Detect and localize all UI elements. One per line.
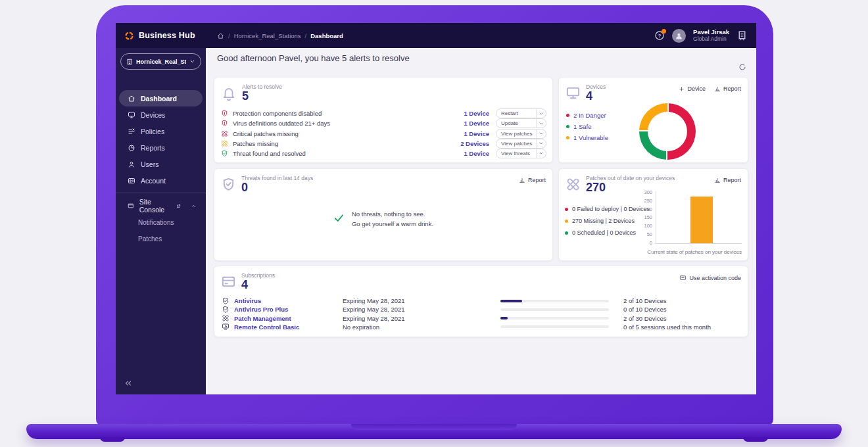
- user-info[interactable]: Pavel Jirsak Global Admin: [693, 29, 729, 43]
- alert-device-count-link[interactable]: 1 Device: [452, 150, 489, 157]
- subscriptions-card: Subscriptions 4 Use activation code Anti…: [214, 266, 748, 337]
- sidebar-item-policies[interactable]: Policies: [119, 123, 203, 139]
- sidebar-item-patches[interactable]: Patches: [116, 231, 206, 247]
- chevron-down-icon[interactable]: [536, 119, 546, 128]
- alert-row: Protection components disabled 1 Device …: [221, 108, 546, 118]
- alert-action-label: Restart: [496, 110, 536, 116]
- use-activation-code-button[interactable]: Use activation code: [679, 274, 741, 281]
- alert-action-label: View patches: [496, 141, 536, 147]
- patches-bar-chart[interactable]: 300250200150100500: [639, 191, 742, 244]
- sidebar-item-site-console[interactable]: Site Console: [119, 197, 203, 214]
- chevron-down-icon[interactable]: [536, 139, 546, 148]
- subscription-name-link[interactable]: Patch Management: [234, 315, 343, 322]
- patches-bar: [690, 197, 713, 243]
- home-icon[interactable]: [217, 32, 224, 39]
- person-icon: [675, 32, 683, 40]
- legend-item[interactable]: 1 Vulnerable: [566, 134, 608, 141]
- patches-report-button[interactable]: Report: [714, 177, 741, 183]
- legend-label: 270 Missing | 2 Devices: [572, 218, 635, 224]
- alert-action-dropdown[interactable]: Update: [496, 118, 546, 128]
- org-switcher-button[interactable]: [736, 30, 748, 41]
- sidebar-item-account[interactable]: Account: [119, 172, 203, 189]
- collapse-sidebar-button[interactable]: [124, 379, 133, 388]
- devices-count: 4: [586, 90, 606, 103]
- subscription-name-link[interactable]: Remote Control Basic: [234, 323, 343, 331]
- avatar[interactable]: [672, 29, 686, 43]
- user-role: Global Admin: [693, 36, 729, 43]
- alert-action-dropdown[interactable]: View patches: [496, 129, 546, 139]
- sidebar-item-label: Dashboard: [141, 95, 177, 103]
- chevron-down-icon[interactable]: [536, 109, 546, 118]
- alert-row: Threat found and resolved 1 Device View …: [221, 149, 546, 158]
- patch-icon: [221, 130, 228, 137]
- main-content: Good afternoon Pavel, you have 5 alerts …: [206, 48, 756, 394]
- business-hub-app: Business Hub / Hornicek_Real_Stations / …: [116, 23, 756, 394]
- subscription-name-link[interactable]: Antivirus Pro Plus: [234, 306, 343, 313]
- patch-icon: [221, 140, 228, 147]
- chevron-down-icon[interactable]: [536, 129, 546, 138]
- add-device-button[interactable]: Device: [679, 85, 706, 92]
- sidebar-item-users[interactable]: Users: [119, 156, 203, 172]
- site-console-icon: [128, 202, 134, 210]
- notification-dot: [662, 29, 666, 34]
- patches-plot-area: [656, 191, 742, 244]
- legend-item[interactable]: 1 Safe: [566, 123, 608, 130]
- chevron-up-icon[interactable]: [191, 203, 196, 209]
- refresh-button[interactable]: [738, 62, 747, 72]
- threats-card-actions: Report: [519, 177, 546, 183]
- alert-row: Patches missing 2 Devices View patches: [221, 139, 546, 149]
- subscriptions-card-header: Subscriptions 4: [221, 272, 275, 291]
- alert-action-dropdown[interactable]: View threats: [496, 149, 546, 158]
- legend-item: 0 Failed to deploy | 0 Devices: [565, 206, 650, 212]
- threats-card: Threats found in last 14 days 0 Report N…: [214, 168, 553, 261]
- subscription-name-link[interactable]: Antivirus: [234, 297, 343, 304]
- legend-item[interactable]: 2 In Danger: [566, 112, 608, 119]
- building-grid-icon: [736, 30, 748, 41]
- alert-device-count-link[interactable]: 1 Device: [452, 120, 489, 127]
- laptop-foot: [100, 437, 125, 442]
- subscription-expiry: Expiring May 28, 2021: [343, 315, 500, 322]
- threats-empty-state: No threats, nothing to see. Go get yours…: [214, 210, 552, 229]
- alert-device-count-link[interactable]: 1 Device: [452, 130, 489, 137]
- alert-device-count-link[interactable]: 2 Devices: [452, 140, 489, 147]
- alerts-list: Protection components disabled 1 Device …: [221, 108, 546, 158]
- sidebar-item-devices[interactable]: Devices: [119, 106, 203, 123]
- legend-dot: [566, 125, 569, 128]
- subscription-row: Remote Control Basic No expiration 0 of …: [222, 323, 740, 331]
- sidebar-item-notifications[interactable]: Notifications: [116, 214, 206, 231]
- site-selector[interactable]: Hornicek_Real_Statio...: [120, 53, 201, 70]
- subscription-progress-bar: [500, 325, 609, 328]
- alert-label: Virus definitions outdated 21+ days: [233, 120, 452, 127]
- breadcrumb-separator: /: [228, 32, 230, 39]
- devices-report-button[interactable]: Report: [714, 85, 741, 92]
- devices-card-actions: Device Report: [679, 85, 741, 92]
- sidebar-item-label: Site Console: [139, 198, 171, 214]
- breadcrumb-site[interactable]: Hornicek_Real_Stations: [234, 32, 301, 39]
- legend-label: 2 In Danger: [573, 112, 606, 119]
- laptop-base: [26, 424, 842, 439]
- help-button[interactable]: [654, 30, 665, 41]
- alert-action-dropdown[interactable]: Restart: [496, 108, 546, 118]
- devices-donut-chart[interactable]: [639, 103, 696, 160]
- alerts-card-header: Alerts to resolve 5: [221, 83, 282, 103]
- legend-dot: [565, 231, 568, 235]
- alert-action-dropdown[interactable]: View patches: [496, 139, 546, 149]
- plus-icon: [679, 86, 685, 92]
- threats-report-button[interactable]: Report: [519, 177, 546, 183]
- sidebar-item-label: Devices: [141, 111, 165, 119]
- shield-alert-icon: [221, 110, 228, 117]
- chevron-down-icon[interactable]: [536, 149, 546, 158]
- subscription-progress-bar: [500, 300, 609, 302]
- patches-chart-caption: Current state of patches on your devices: [647, 249, 742, 255]
- sidebar-item-reports[interactable]: Reports: [119, 139, 203, 156]
- subscription-expiry: No expiration: [343, 323, 500, 331]
- y-tick-label: 150: [644, 214, 652, 220]
- topbar-actions: Pavel Jirsak Global Admin: [654, 29, 756, 43]
- y-tick-label: 250: [644, 198, 652, 204]
- pie-chart-icon: [128, 144, 135, 152]
- laptop-notch: [351, 424, 517, 430]
- monitor-icon: [128, 111, 135, 119]
- brand[interactable]: Business Hub: [116, 31, 206, 41]
- alert-device-count-link[interactable]: 1 Device: [452, 110, 489, 117]
- sidebar-item-dashboard[interactable]: Dashboard: [119, 90, 203, 106]
